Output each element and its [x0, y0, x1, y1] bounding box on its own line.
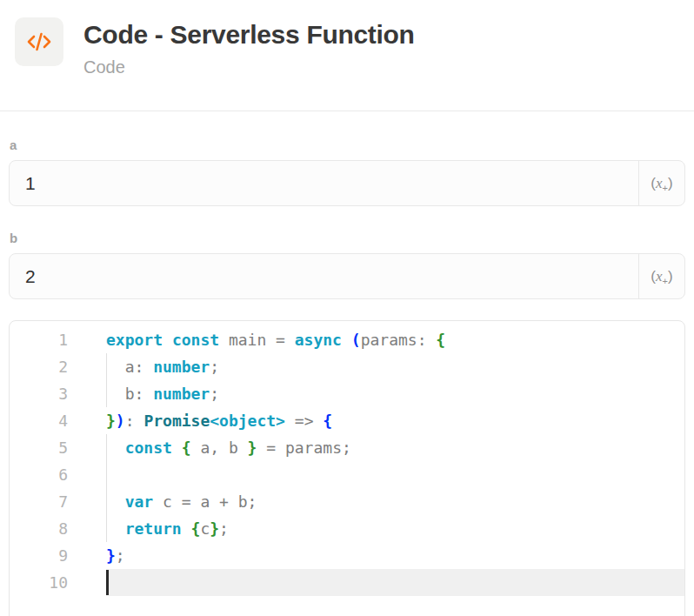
line-content[interactable] — [106, 461, 684, 488]
line-content[interactable]: }): Promise<object> => { — [106, 407, 684, 434]
line-number: 10 — [10, 569, 68, 596]
line-content[interactable]: a: number; — [106, 353, 684, 380]
line-number: 1 — [10, 326, 68, 353]
line-number: 5 — [10, 434, 68, 461]
line-content[interactable]: var c = a + b; — [106, 488, 684, 515]
line-number: 6 — [10, 461, 68, 488]
line-number: 8 — [10, 515, 68, 542]
header-text: Code - Serverless Function Code — [83, 17, 415, 110]
page-title: Code - Serverless Function — [83, 17, 415, 52]
line-content[interactable]: export const main = async (params: { — [106, 326, 684, 353]
field-b-label: b — [10, 231, 685, 245]
code-icon-glyph — [26, 30, 52, 53]
line-number: 2 — [10, 353, 68, 380]
code-line[interactable]: 3 b: number; — [10, 380, 684, 407]
code-line[interactable]: 7 var c = a + b; — [10, 488, 684, 515]
code-line[interactable]: 1export const main = async (params: { — [10, 326, 684, 353]
code-line[interactable]: 8 return {c}; — [10, 515, 684, 542]
field-b-input-row: (x+) — [9, 253, 685, 299]
line-number: 3 — [10, 380, 68, 407]
field-a-label: a — [10, 137, 685, 152]
field-b-value — [10, 254, 638, 298]
code-line[interactable]: 6 — [10, 461, 684, 488]
insert-variable-icon: (x+) — [651, 268, 672, 285]
header: Code - Serverless Function Code — [0, 0, 694, 111]
field-a-input[interactable] — [10, 161, 638, 205]
line-content[interactable]: const { a, b } = params; — [106, 434, 684, 461]
line-content[interactable]: }; — [106, 542, 684, 569]
code-icon — [15, 17, 63, 66]
field-a: a (x+) — [9, 137, 685, 206]
insert-variable-button[interactable]: (x+) — [638, 161, 684, 205]
insert-variable-icon: (x+) — [651, 175, 672, 192]
text-cursor — [106, 570, 109, 595]
code-line[interactable]: 10 — [10, 569, 684, 596]
code-step-panel: Code - Serverless Function Code a (x+) b — [0, 0, 694, 616]
page-subtitle: Code — [83, 57, 415, 77]
field-b-input[interactable] — [10, 254, 638, 298]
field-a-input-row: (x+) — [9, 160, 685, 206]
code-line[interactable]: 4}): Promise<object> => { — [10, 407, 684, 434]
field-a-value — [10, 161, 638, 205]
line-number: 9 — [10, 542, 68, 569]
insert-variable-button[interactable]: (x+) — [638, 254, 684, 298]
code-editor[interactable]: 1export const main = async (params: {2 a… — [9, 320, 685, 616]
field-b: b (x+) — [9, 231, 685, 299]
line-content[interactable]: b: number; — [106, 380, 684, 407]
line-number: 4 — [10, 407, 68, 434]
code-line[interactable]: 5 const { a, b } = params; — [10, 434, 684, 461]
line-content[interactable]: return {c}; — [106, 515, 684, 542]
code-line[interactable]: 9}; — [10, 542, 684, 569]
code-line[interactable]: 2 a: number; — [10, 353, 684, 380]
line-content[interactable] — [106, 569, 684, 596]
input-fields: a (x+) b (x+) — [0, 137, 694, 299]
line-number: 7 — [10, 488, 68, 515]
